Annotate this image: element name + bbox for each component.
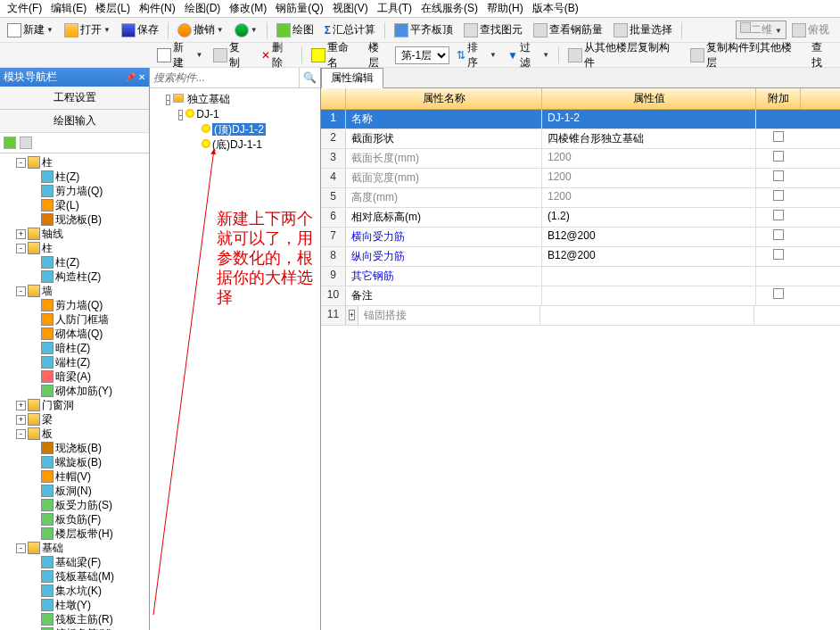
ortho-button[interactable]: 俯视 bbox=[788, 21, 833, 39]
menu-rebar[interactable]: 钢筋量(Q) bbox=[272, 1, 326, 16]
sumcalc-button[interactable]: Σ 汇总计算 bbox=[321, 21, 379, 39]
batchselect-button[interactable]: 批量选择 bbox=[610, 21, 676, 39]
copyfromfloor-button[interactable]: 从其他楼层复制构件 bbox=[564, 38, 683, 72]
prop-extra[interactable] bbox=[756, 188, 801, 207]
prop-value[interactable]: 1200 bbox=[542, 188, 756, 207]
property-row[interactable]: 1名称DJ-1-2 bbox=[321, 110, 840, 129]
checkbox[interactable] bbox=[773, 170, 784, 181]
menu-online[interactable]: 在线服务(S) bbox=[417, 1, 482, 16]
findview-button[interactable]: 查找图元 bbox=[460, 21, 526, 39]
open-button[interactable]: 打开▼ bbox=[61, 21, 114, 39]
tree-item[interactable]: 集水坑(K) bbox=[27, 584, 147, 598]
draw-button[interactable]: 绘图 bbox=[273, 21, 317, 39]
tab-engineering[interactable]: 工程设置 bbox=[0, 87, 149, 110]
prop-extra[interactable] bbox=[754, 306, 799, 325]
prop-value[interactable] bbox=[542, 286, 756, 305]
floor-select[interactable]: 第-1层 bbox=[395, 46, 449, 64]
tree-item[interactable]: 板受力筋(S) bbox=[27, 498, 147, 512]
tree-item[interactable]: 螺旋板(B) bbox=[27, 455, 147, 469]
property-row[interactable]: 2截面形状四棱锥台形独立基础 bbox=[321, 129, 840, 149]
sort-button[interactable]: ⇅ 排序▼ bbox=[453, 38, 500, 72]
prop-extra[interactable] bbox=[756, 267, 801, 286]
copytofloor-button[interactable]: 复制构件到其他楼层 bbox=[687, 38, 805, 72]
expand-plus[interactable]: + bbox=[346, 306, 358, 325]
prop-value[interactable] bbox=[542, 267, 756, 286]
prop-value[interactable] bbox=[540, 306, 754, 325]
property-row[interactable]: 8纵向受力筋B12@200 bbox=[321, 247, 840, 267]
property-row[interactable]: 10备注 bbox=[321, 286, 840, 306]
filter-button[interactable]: ▼过滤▼ bbox=[504, 38, 553, 72]
tree-item[interactable]: +梁 bbox=[14, 412, 147, 427]
expander[interactable]: - bbox=[16, 244, 26, 253]
tree-item[interactable]: 暗柱(Z) bbox=[27, 341, 147, 355]
prop-value[interactable]: DJ-1-2 bbox=[542, 110, 756, 128]
prop-extra[interactable] bbox=[756, 149, 801, 168]
menu-tools[interactable]: 工具(T) bbox=[374, 1, 416, 16]
tree-item[interactable]: 楼层板带(H) bbox=[27, 526, 147, 541]
tree-item[interactable]: 砌体墙(Q) bbox=[27, 327, 147, 341]
tree-item[interactable]: 筏板基础(M) bbox=[27, 569, 147, 584]
property-row[interactable]: 11+锚固搭接 bbox=[321, 306, 840, 326]
menu-view[interactable]: 视图(V) bbox=[329, 1, 372, 16]
tree-item[interactable]: 板负筋(F) bbox=[27, 512, 147, 526]
expander[interactable]: + bbox=[16, 415, 26, 425]
checkbox[interactable] bbox=[773, 288, 784, 299]
prop-extra[interactable] bbox=[756, 286, 801, 305]
tab-drawinput[interactable]: 绘图输入 bbox=[0, 110, 149, 133]
checkbox[interactable] bbox=[773, 210, 784, 220]
copy-button[interactable]: 复制 bbox=[210, 38, 254, 72]
tree-item[interactable]: 柱(Z) bbox=[27, 255, 147, 269]
tree-item[interactable]: 暗梁(A) bbox=[27, 369, 147, 384]
tree-item[interactable]: 筏板负筋(X) bbox=[27, 626, 147, 630]
tree-item[interactable]: 端柱(Z) bbox=[27, 355, 147, 369]
prop-extra[interactable] bbox=[756, 129, 801, 148]
checkbox[interactable] bbox=[773, 249, 784, 260]
menu-help[interactable]: 帮助(H) bbox=[483, 1, 527, 16]
property-row[interactable]: 4截面宽度(mm)1200 bbox=[321, 169, 840, 188]
menu-file[interactable]: 文件(F) bbox=[4, 1, 45, 16]
menu-component[interactable]: 构件(N) bbox=[136, 1, 179, 16]
prop-value[interactable]: 1200 bbox=[542, 149, 756, 168]
new-button[interactable]: 新建▼ bbox=[4, 21, 57, 39]
rename-button[interactable]: 重命名 bbox=[308, 38, 362, 72]
viewrebar-button[interactable]: 查看钢筋量 bbox=[530, 21, 606, 39]
expander[interactable]: + bbox=[16, 229, 26, 239]
delete-button[interactable]: ✕ 删除 bbox=[258, 38, 297, 72]
new2-button[interactable]: 新建▼ bbox=[153, 38, 206, 72]
prop-value[interactable]: 1200 bbox=[542, 169, 756, 187]
prop-extra[interactable] bbox=[756, 208, 801, 227]
expander[interactable]: - bbox=[16, 543, 26, 553]
property-row[interactable]: 3截面长度(mm)1200 bbox=[321, 149, 840, 169]
component-tree[interactable]: - 独立基础 - DJ-1 (顶)DJ-1-2 (底)DJ-1-1 新建 bbox=[150, 88, 320, 630]
tree-item[interactable]: 构造柱(Z) bbox=[27, 269, 147, 284]
tree-item[interactable]: 现浇板(B) bbox=[27, 441, 147, 455]
search-input[interactable] bbox=[150, 68, 299, 87]
tree-node-bottom[interactable]: (底)DJ-1-1 bbox=[212, 138, 262, 151]
checkbox[interactable] bbox=[773, 151, 784, 162]
tree-item[interactable]: -柱 bbox=[14, 241, 147, 255]
undo-button[interactable]: 撤销▼ bbox=[174, 21, 227, 39]
property-row[interactable]: 9其它钢筋 bbox=[321, 267, 840, 286]
pin-icon[interactable]: 📌 ✕ bbox=[125, 72, 145, 82]
menu-edit[interactable]: 编辑(E) bbox=[47, 1, 90, 16]
property-row[interactable]: 7横向受力筋B12@200 bbox=[321, 228, 840, 247]
expander[interactable]: - bbox=[178, 110, 183, 120]
nav-minus-icon[interactable] bbox=[20, 137, 32, 149]
save-button[interactable]: 保存 bbox=[118, 21, 162, 39]
tree-item[interactable]: 砌体加筋(Y) bbox=[27, 384, 147, 398]
tree-node-top[interactable]: (顶)DJ-1-2 bbox=[212, 123, 266, 136]
property-row[interactable]: 6相对底标高(m)(1.2) bbox=[321, 208, 840, 228]
property-grid[interactable]: 1名称DJ-1-22截面形状四棱锥台形独立基础3截面长度(mm)12004截面宽… bbox=[321, 110, 840, 630]
menu-floor[interactable]: 楼层(L) bbox=[92, 1, 134, 16]
tree-item[interactable]: -柱 bbox=[14, 155, 147, 170]
redo-button[interactable]: ▼ bbox=[231, 21, 261, 39]
tab-property-edit[interactable]: 属性编辑 bbox=[321, 68, 383, 88]
tree-item[interactable]: 基础梁(F) bbox=[27, 555, 147, 569]
tree-root[interactable]: 独立基础 bbox=[187, 93, 230, 105]
prop-extra[interactable] bbox=[756, 169, 801, 187]
tree-item[interactable]: 筏板主筋(R) bbox=[27, 612, 147, 626]
tree-item[interactable]: 剪力墙(Q) bbox=[27, 184, 147, 198]
checkbox[interactable] bbox=[773, 229, 784, 240]
dim-select[interactable]: 二维 ▼ bbox=[736, 21, 786, 39]
property-row[interactable]: 5高度(mm)1200 bbox=[321, 188, 840, 208]
